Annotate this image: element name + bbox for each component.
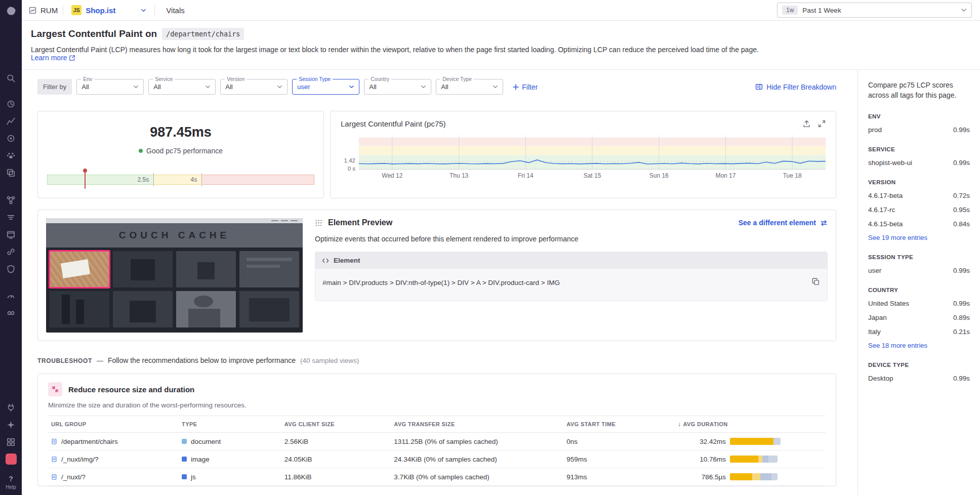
col-transfer-size[interactable]: AVG TRANSFER SIZE xyxy=(391,417,563,432)
row-type: image xyxy=(191,456,210,463)
preview-product-cell xyxy=(113,251,173,287)
search-icon[interactable] xyxy=(0,69,22,87)
col-start-time[interactable]: AVG START TIME xyxy=(563,417,675,432)
troubleshoot-separator: — xyxy=(97,357,103,364)
application-picker[interactable]: JS Shop.ist xyxy=(68,5,149,15)
troubleshoot-heading: TROUBLESHOOT — Follow the recommendation… xyxy=(37,356,836,364)
type-color-icon xyxy=(182,474,187,479)
chart-plot-area: Wed 12 Thu 13 Fri 14 Sat 15 Sun 16 Mon 1… xyxy=(359,135,826,179)
chart-y-axis: 1.42 0 s xyxy=(341,135,359,179)
learn-more-link[interactable]: Learn more xyxy=(31,54,75,62)
breakdown-row[interactable]: Japan 0.89s xyxy=(868,314,970,321)
x-axis-label: Mon 17 xyxy=(692,172,759,179)
fullscreen-icon[interactable] xyxy=(818,120,826,128)
tag-value: 0.21s xyxy=(953,328,970,336)
hide-filter-breakdown-button[interactable]: Hide Filter Breakdown xyxy=(755,83,836,91)
tag-label: 4.6.17-beta xyxy=(868,192,903,199)
see-different-element-button[interactable]: See a different element xyxy=(739,219,828,227)
col-type[interactable]: TYPE xyxy=(179,417,281,432)
tag-label: Italy xyxy=(868,328,881,336)
security-shield-icon[interactable] xyxy=(0,260,22,277)
service-map-icon[interactable] xyxy=(0,191,22,209)
breakdown-row[interactable]: United States 0.99s xyxy=(868,300,970,307)
rum-icon[interactable] xyxy=(0,226,22,243)
device-type-filter-dropdown[interactable]: Device Type All xyxy=(436,79,503,95)
main-column: Filter by Env All Service All Version Al… xyxy=(22,70,858,495)
metrics-icon[interactable] xyxy=(0,112,22,130)
lcp-chart[interactable]: 1.42 0 s xyxy=(341,135,826,179)
main-wrap: RUM JS Shop.ist Vitals 1w Past 1 Week La… xyxy=(22,0,980,495)
row-url: /department/chairs xyxy=(61,438,118,445)
gauge-poor-zone xyxy=(202,175,314,185)
link-icon[interactable] xyxy=(0,243,22,260)
apm-icon[interactable] xyxy=(0,130,22,147)
x-axis-label: Fri 14 xyxy=(492,172,559,179)
filter-bar: Filter by Env All Service All Version Al… xyxy=(37,79,836,95)
layers-icon[interactable] xyxy=(0,164,22,181)
duration-bar xyxy=(730,473,778,480)
apps-grid-icon[interactable] xyxy=(0,433,22,450)
col-duration[interactable]: ↓AVG DURATION xyxy=(675,416,826,432)
row-transfer-size: 1311.25B (0% of samples cached) xyxy=(391,438,563,445)
country-filter-dropdown[interactable]: Country All xyxy=(364,79,431,95)
table-row[interactable]: /department/chairs document 2.56KiB 1311… xyxy=(48,433,826,450)
breakdown-row[interactable]: user 0.99s xyxy=(868,267,970,274)
see-more-entries-link[interactable]: See 19 more entries xyxy=(868,234,970,241)
datadog-logo-icon[interactable] xyxy=(5,0,17,21)
external-link-icon xyxy=(69,55,75,61)
col-client-size[interactable]: AVG CLIENT SIZE xyxy=(281,417,391,432)
copy-icon[interactable] xyxy=(812,278,820,285)
preview-product-cell xyxy=(176,251,236,287)
see-more-entries-link[interactable]: See 18 more entries xyxy=(868,342,970,349)
sidebar-help[interactable]: ? Help xyxy=(6,475,16,495)
col-url-group[interactable]: URL GROUP xyxy=(48,417,179,432)
type-color-icon xyxy=(182,457,187,462)
breakdown-row[interactable]: Desktop 0.99s xyxy=(868,375,970,382)
breakdown-row[interactable]: shopist-web-ui 0.99s xyxy=(868,159,970,167)
sparkle-icon[interactable] xyxy=(0,416,22,433)
breakdown-row[interactable]: 4.6.17-beta 0.72s xyxy=(868,192,970,199)
code-icon xyxy=(322,257,329,264)
watchdog-icon[interactable] xyxy=(0,147,22,164)
row-client-size: 24.05KiB xyxy=(281,456,391,463)
env-filter-dropdown[interactable]: Env All xyxy=(76,79,144,95)
processes-icon[interactable] xyxy=(0,304,22,321)
time-range-picker[interactable]: 1w Past 1 Week xyxy=(777,3,972,18)
chevron-down-icon xyxy=(349,84,354,90)
breakdown-row[interactable]: prod 0.99s xyxy=(868,126,970,134)
rum-chart-icon xyxy=(29,7,36,14)
row-start-time: 959ms xyxy=(563,456,675,463)
breakdown-row[interactable]: 4.6.15-beta 0.84s xyxy=(868,220,970,228)
pipelines-icon[interactable] xyxy=(0,209,22,226)
service-filter-dropdown[interactable]: Service All xyxy=(148,79,216,95)
row-client-size: 11.86KiB xyxy=(281,473,391,481)
history-icon[interactable] xyxy=(0,95,22,112)
breakdown-row[interactable]: 4.6.17-rc 0.95s xyxy=(868,206,970,214)
gauge-good-zone: 2.5s xyxy=(47,175,154,185)
breakdown-section-device-type: DEVICE TYPE Desktop 0.99s xyxy=(868,362,970,382)
site-screenshot-preview: COUCH CACHE xyxy=(46,218,303,333)
rum-nav-item[interactable]: RUM xyxy=(29,6,58,15)
breakdown-section-session-type: SESSION TYPE user 0.99s xyxy=(868,254,970,274)
add-filter-button[interactable]: Filter xyxy=(513,83,538,91)
user-avatar[interactable] xyxy=(0,450,22,468)
page-path-chip[interactable]: /department/chairs xyxy=(162,28,244,40)
row-url: /_nuxt/? xyxy=(61,473,86,481)
x-axis-label: Tue 18 xyxy=(759,172,826,179)
integrations-plug-icon[interactable] xyxy=(0,399,22,416)
device-type-filter-label: Device Type xyxy=(440,76,474,82)
table-row[interactable]: /_nuxt/img/? image 24.05KiB 24.34KiB (0%… xyxy=(48,450,826,468)
lcp-value: 987.45ms xyxy=(150,125,212,140)
element-preview-details: Element Preview See a different element … xyxy=(315,218,828,333)
help-label: Help xyxy=(6,484,16,490)
good-status-dot-icon xyxy=(139,149,143,153)
lcp-score-card: 987.45ms Good pc75 performance 2.5s 4s xyxy=(37,111,324,198)
table-row[interactable]: /_nuxt/? js 11.86KiB 3.7KiB (0% of sampl… xyxy=(48,468,826,486)
export-icon[interactable] xyxy=(803,120,810,128)
performance-gauge-icon[interactable] xyxy=(0,287,22,304)
version-filter-dropdown[interactable]: Version All xyxy=(220,79,288,95)
reduce-resource-card: Reduce resource size and duration Minimi… xyxy=(37,374,836,486)
session-type-filter-dropdown[interactable]: Session Type user xyxy=(292,79,359,95)
filter-by-button[interactable]: Filter by xyxy=(37,79,72,95)
breakdown-row[interactable]: Italy 0.21s xyxy=(868,328,970,336)
